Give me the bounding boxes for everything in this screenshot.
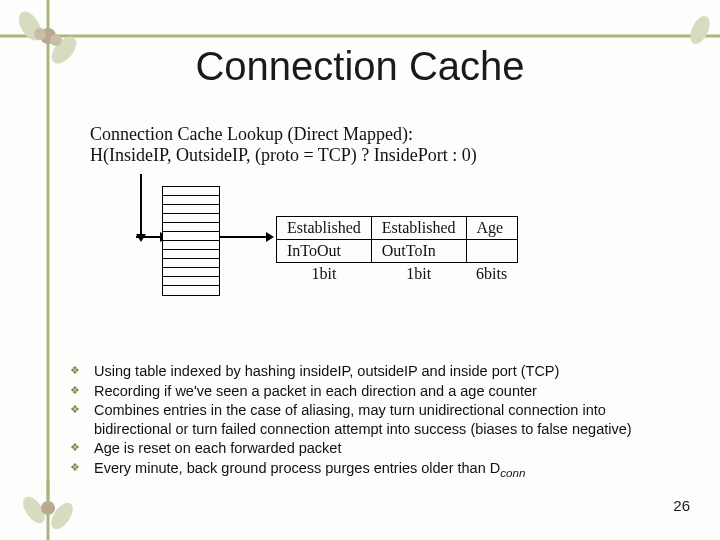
hash-table: [162, 186, 220, 296]
bullet-item: Recording if we've seen a packet in each…: [66, 382, 686, 401]
slide-title: Connection Cache: [0, 44, 720, 89]
entry-col1-size: 1bit: [371, 263, 466, 286]
entry-col1-s: OutToIn: [371, 240, 466, 263]
entry-table: Established Established Age InToOut OutT…: [276, 216, 518, 285]
bullet-item: Using table indexed by hashing insideIP,…: [66, 362, 686, 381]
entry-col2-s: [466, 240, 517, 263]
bullet-item: Every minute, back ground process purges…: [66, 459, 686, 481]
entry-arrow: [220, 236, 266, 238]
entry-col0-s: InToOut: [277, 240, 372, 263]
page-number: 26: [673, 497, 690, 514]
entry-col0-h: Established: [277, 217, 372, 240]
entry-col0-size: 1bit: [277, 263, 372, 286]
diagram-caption-line2: H(InsideIP, OutsideIP, (proto = TCP) ? I…: [90, 145, 630, 166]
entry-col1-h: Established: [371, 217, 466, 240]
bullet-item: Age is reset on each forwarded packet: [66, 439, 686, 458]
hash-arrow-down: [140, 174, 142, 234]
svg-point-5: [34, 28, 46, 40]
decor-bottom-left: [0, 480, 100, 540]
bullet-list: Using table indexed by hashing insideIP,…: [66, 362, 686, 481]
entry-col2-size: 6bits: [466, 263, 517, 286]
diagram: Connection Cache Lookup (Direct Mapped):…: [90, 124, 630, 312]
diagram-caption-line1: Connection Cache Lookup (Direct Mapped):: [90, 124, 630, 145]
svg-point-13: [686, 13, 713, 47]
decor-top-rule: [120, 33, 720, 39]
select-arrow: [136, 236, 160, 238]
svg-point-12: [41, 501, 55, 515]
bullet-item: Combines entries in the case of aliasing…: [66, 401, 686, 438]
entry-col2-h: Age: [466, 217, 517, 240]
decor-left-rule: [45, 80, 51, 500]
